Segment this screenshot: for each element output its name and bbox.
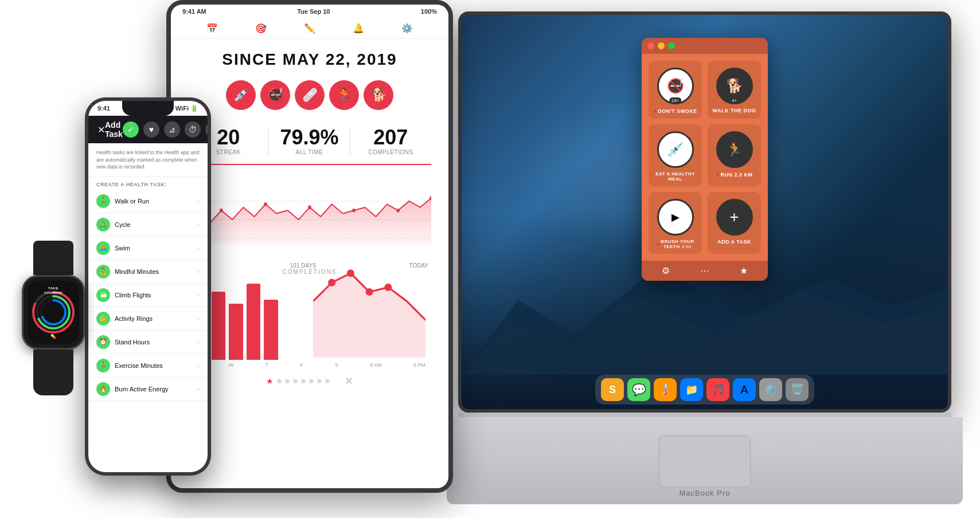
iphone-list-left-burn: 🔥 Burn Active Energy <box>96 382 169 396</box>
ipad-close-button[interactable]: ✕ <box>345 375 353 387</box>
macbook-label: MacBook Pro <box>679 489 730 497</box>
ipad-icon-circles: 💉 🚭 🩹 🏃 🐕 <box>188 80 431 110</box>
ipad-bar-labels: T W T F S 6 AM 6 PM <box>188 360 431 368</box>
iphone-list-left-exercise: 🏃 Exercise Minutes <box>96 359 163 372</box>
macbook-screen: 🚭 18+ ♥ DON'T SMOKE 🐕 <box>458 11 951 413</box>
iphone-text-burn: Burn Active Energy <box>115 386 169 393</box>
iphone-heart-icon[interactable]: ♥ <box>143 121 159 138</box>
mac-task-run[interactable]: 🏃 ♥ RUN 2.3 KM <box>708 124 761 186</box>
ipad-dot-1[interactable] <box>277 379 282 383</box>
ipad-completions-number: 207 <box>356 127 425 148</box>
dock-icon-appstore[interactable]: A <box>733 378 756 401</box>
iphone-icon-exercise: 🏃 <box>96 359 110 372</box>
iphone: 9:41 ●●● WiFi 🔋 ✕ Add Task ✓ ♥ ⊿ ⏱ ⊘ <box>85 97 211 476</box>
iphone-close-button[interactable]: ✕ <box>97 124 105 135</box>
ipad-stat-alltime: 79.9% ALL TIME <box>269 127 350 155</box>
macbook-wallpaper: 🚭 18+ ♥ DON'T SMOKE 🐕 <box>462 15 948 409</box>
ipad-stat-completions: 207 COMPLETIONS <box>350 127 431 155</box>
iphone-list-stand[interactable]: ⏰ Stand Hours › <box>88 331 208 354</box>
iphone-chevron-swim: › <box>197 244 200 252</box>
iphone-icon-climb: 🏔 <box>96 288 110 302</box>
dock-icon-s[interactable]: S <box>601 378 624 401</box>
iphone-block-icon[interactable]: ⊘ <box>205 121 211 138</box>
ipad-content: SINCE MAY 22, 2019 💉 🚭 🩹 🏃 🐕 20 STREAK <box>171 39 448 488</box>
mac-task-dont-smoke[interactable]: 🚭 18+ ♥ DON'T SMOKE <box>649 61 702 119</box>
ipad-dot-2[interactable] <box>285 379 290 383</box>
iphone-icon-swim: 🏊 <box>96 241 110 255</box>
scene: 🚭 18+ ♥ DON'T SMOKE 🐕 <box>0 0 980 518</box>
ipad-circle-2: 🚭 <box>260 80 290 110</box>
mac-grid-icon[interactable]: ⋯ <box>700 265 709 276</box>
ipad-nav-icon-3: ✏️ <box>304 23 315 34</box>
ipad-status-bar: 9:41 AM Tue Sep 10 100% <box>171 5 448 18</box>
mac-task-eat-healthy[interactable]: 💉 EAT A HEALTHYMEAL <box>649 124 702 186</box>
iphone-list-left-swim: 🏊 Swim <box>96 241 130 255</box>
ipad-bar-label-w: W <box>229 362 234 368</box>
dock-icon-weather[interactable]: 🌡️ <box>654 378 677 401</box>
mac-label-eat-healthy: EAT A HEALTHYMEAL <box>655 171 695 182</box>
ipad-bar-3 <box>229 304 243 360</box>
dock-icon-trash[interactable]: 🗑️ <box>786 378 809 401</box>
mac-heart-dont-smoke: ♥ <box>653 108 657 114</box>
mac-heart-run: ♥ <box>716 171 720 178</box>
iphone-list-left-stand: ⏰ Stand Hours <box>96 335 150 349</box>
iphone-chevron-exercise: › <box>197 362 200 370</box>
iphone-header-title: Add Task <box>105 120 123 139</box>
mac-task-brush-teeth[interactable]: ▶ ♥ BRUSH YOURTEETH 3:00 <box>649 192 702 254</box>
iphone-icon-activity: 💪 <box>96 312 110 325</box>
iphone-chevron-walk-run: › <box>197 197 200 205</box>
iphone-list-activity[interactable]: 💪 Activity Rings › <box>88 307 208 331</box>
dock-icon-music[interactable]: 🎵 <box>706 378 729 401</box>
ipad-dot-4[interactable] <box>301 379 306 383</box>
watch-screen: TAKEVITAMINS 💊 <box>28 281 79 344</box>
dock-icon-settings[interactable]: ⚙️ <box>759 378 782 401</box>
mac-fullscreen-dot[interactable] <box>668 42 675 49</box>
iphone-text-climb: Climb Flights <box>115 292 151 299</box>
macbook-trackpad <box>659 435 751 487</box>
iphone-list-climb[interactable]: 🏔 Climb Flights › <box>88 284 208 307</box>
iphone-icon-cycle: 🚴 <box>96 218 110 231</box>
iphone-adjust-icon[interactable]: ⊿ <box>164 121 180 138</box>
iphone-list-exercise[interactable]: 🏃 Exercise Minutes › <box>88 354 208 378</box>
mac-task-walk-dog[interactable]: 🐕 4+ WALK THE DOG <box>708 61 761 119</box>
iphone-text-activity: Activity Rings <box>115 315 153 322</box>
svg-point-13 <box>347 269 354 277</box>
ipad-circle-3: 🩹 <box>295 80 325 110</box>
iphone-text-walk-run: Walk or Run <box>115 198 149 205</box>
ipad-title: SINCE MAY 22, 2019 <box>188 50 431 69</box>
ipad-dot-3[interactable] <box>293 379 298 383</box>
dock-icon-messages[interactable]: 💬 <box>627 378 650 401</box>
mac-bottom-bar: ⚙ ⋯ ★ <box>642 261 768 281</box>
iphone-text-swim: Swim <box>115 245 130 252</box>
iphone-chevron-cycle: › <box>197 221 200 229</box>
mac-star-icon[interactable]: ★ <box>740 265 748 276</box>
iphone-list-burn[interactable]: 🔥 Burn Active Energy › <box>88 378 208 401</box>
mac-dock: S 💬 🌡️ 📁 🎵 A ⚙️ 🗑️ <box>595 375 814 405</box>
mac-label-add: ADD A TASK <box>717 239 751 245</box>
mac-task-icon-dont-smoke: 🚭 18+ <box>657 68 694 104</box>
iphone-list-left-activity: 💪 Activity Rings <box>96 312 153 325</box>
ipad-time: 9:41 AM <box>182 8 206 15</box>
mac-minimize-dot[interactable] <box>658 42 665 49</box>
iphone-description: Health tasks are linked to the Health ap… <box>88 143 208 177</box>
iphone-list-left-mindful: 🧘 Mindful Minutes <box>96 265 159 278</box>
ipad-dot-5[interactable] <box>309 379 314 383</box>
ipad-nav-icon-4: 🔔 <box>353 23 364 34</box>
iphone-list-cycle[interactable]: 🚴 Cycle › <box>88 213 208 237</box>
dock-icon-finder[interactable]: 📁 <box>680 378 703 401</box>
ipad-dot-7[interactable] <box>325 379 330 383</box>
ipad-dot-star[interactable]: ★ <box>266 376 274 386</box>
iphone-screen: 9:41 ●●● WiFi 🔋 ✕ Add Task ✓ ♥ ⊿ ⏱ ⊘ <box>88 101 208 472</box>
iphone-clock-icon[interactable]: ⏱ <box>185 121 201 138</box>
ipad-bottom-dots: ★ ✕ <box>188 370 431 392</box>
mac-task-add[interactable]: + ADD A TASK <box>708 192 761 254</box>
iphone-list-walk-run[interactable]: 🏃 Walk or Run › <box>88 190 208 213</box>
iphone-list-swim[interactable]: 🏊 Swim › <box>88 237 208 260</box>
ipad-dot-6[interactable] <box>317 379 322 383</box>
ipad-bar-label-6pm: 6 PM <box>413 362 425 368</box>
iphone-check-icon[interactable]: ✓ <box>123 121 139 138</box>
iphone-list-mindful[interactable]: 🧘 Mindful Minutes › <box>88 260 208 284</box>
mac-settings-icon[interactable]: ⚙ <box>662 265 670 276</box>
mac-close-dot[interactable] <box>647 42 654 49</box>
ipad-screen: 9:41 AM Tue Sep 10 100% 📅 🎯 ✏️ 🔔 ⚙️ SINC… <box>171 5 448 488</box>
